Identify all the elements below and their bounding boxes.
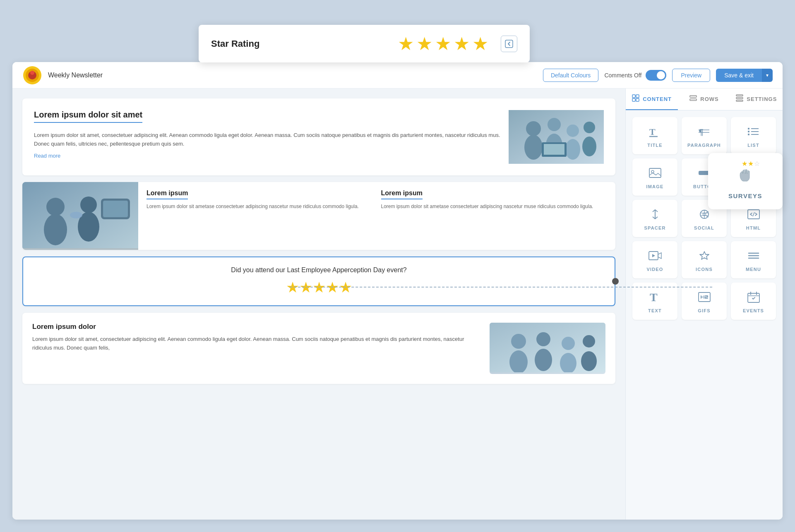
- list-icon: [747, 126, 760, 139]
- surveys-float-card[interactable]: ★ ★ ☆ SURVEYS: [708, 153, 783, 209]
- svg-rect-49: [748, 131, 749, 132]
- svg-rect-53: [649, 168, 661, 177]
- paragraph-icon: ¶: [698, 126, 711, 139]
- topbar: Weekly Newsletter Default Colours Commen…: [12, 62, 783, 89]
- tab-rows[interactable]: ROWS: [678, 89, 730, 110]
- panel-item-text[interactable]: T TEXT: [632, 283, 677, 320]
- content-tab-icon: [632, 94, 639, 103]
- panel-item-video[interactable]: VIDEO: [632, 241, 677, 278]
- svg-point-11: [565, 139, 580, 160]
- editor-container: Weekly Newsletter Default Colours Commen…: [12, 62, 783, 520]
- panel-item-icons[interactable]: ICONS: [682, 241, 727, 278]
- panel-item-gifs[interactable]: GIFS: [682, 283, 727, 320]
- panel-item-menu[interactable]: MENU: [731, 241, 776, 278]
- content-area: Lorem ipsum dolor sit amet Lorem ipsum d…: [12, 89, 783, 520]
- topbar-actions: Default Colours Comments Off Preview Sav…: [543, 69, 773, 82]
- save-dropdown-button[interactable]: ▾: [762, 69, 773, 82]
- panel-item-paragraph-label: PARAGRAPH: [687, 143, 721, 148]
- comments-label: Comments Off: [604, 72, 641, 79]
- svg-text:T: T: [649, 127, 656, 137]
- panel-item-events-label: EVENTS: [743, 308, 764, 313]
- save-exit-button[interactable]: Save & exit: [716, 69, 762, 82]
- settings-tab-icon: [736, 94, 743, 103]
- svg-text:¶: ¶: [699, 127, 704, 137]
- svg-line-66: [753, 212, 754, 216]
- panel-item-icons-label: ICONS: [696, 267, 713, 272]
- svg-rect-40: [736, 98, 743, 99]
- svg-point-31: [583, 335, 595, 347]
- panel-item-video-label: VIDEO: [646, 267, 663, 272]
- popup-stars: ★ ★ ★ ★ ★: [398, 33, 488, 54]
- email-card-3: Lorem ipsum dolor Lorem ipsum dolor sit …: [22, 313, 615, 384]
- svg-point-7: [524, 135, 543, 160]
- svg-point-23: [70, 212, 82, 218]
- save-group: Save & exit ▾: [716, 69, 773, 82]
- survey-connector-dot: [612, 278, 619, 285]
- panel-item-paragraph[interactable]: ¶ PARAGRAPH: [682, 117, 727, 154]
- surveys-stars: ★ ★ ☆: [742, 160, 760, 168]
- html-icon: [747, 208, 760, 222]
- svg-point-29: [562, 337, 575, 350]
- panel-item-menu-label: MENU: [746, 267, 761, 272]
- spacer-icon: [648, 208, 662, 222]
- card3-text: Lorem ipsum dolor Lorem ipsum dolor sit …: [32, 323, 481, 374]
- star-rating-popup: Star Rating ★ ★ ★ ★ ★: [199, 25, 530, 62]
- card3-image: [490, 323, 605, 374]
- panel-item-spacer[interactable]: SPACER: [632, 200, 677, 237]
- card2-col2-heading: Lorem ipsum: [381, 189, 423, 199]
- panel-item-image-label: IMAGE: [646, 184, 663, 189]
- card3-body: Lorem ipsum dolor sit amet, consectetuer…: [32, 335, 481, 352]
- svg-rect-38: [690, 99, 697, 101]
- rows-tab-icon: [689, 95, 697, 103]
- svg-rect-41: [736, 100, 743, 101]
- default-colours-button[interactable]: Default Colours: [543, 69, 599, 82]
- svg-point-13: [582, 137, 596, 156]
- panel-item-events[interactable]: EVENTS: [731, 283, 776, 320]
- panel-item-social-label: SOCIAL: [694, 225, 714, 230]
- text-icon: T: [648, 291, 662, 305]
- svg-rect-36: [636, 98, 639, 101]
- email-preview: Lorem ipsum dolor sit amet Lorem ipsum d…: [12, 89, 625, 520]
- tab-content[interactable]: CONTENT: [626, 89, 678, 110]
- card2-image: [22, 182, 138, 250]
- card2-col1-body: Lorem ipsum dolor sit ametase consectetu…: [147, 203, 373, 211]
- card3-heading: Lorem ipsum dolor: [32, 323, 481, 331]
- surveys-float-label: SURVEYS: [728, 192, 762, 199]
- tab-settings[interactable]: SETTINGS: [730, 89, 783, 110]
- svg-rect-34: [636, 95, 639, 98]
- dashed-connector-line: [290, 287, 712, 288]
- comments-toggle[interactable]: [646, 70, 666, 81]
- svg-point-28: [535, 349, 552, 371]
- comments-toggle-group: Comments Off: [604, 70, 666, 81]
- svg-rect-33: [632, 95, 635, 98]
- card2-content: Lorem ipsum Lorem ipsum dolor sit ametas…: [138, 182, 615, 250]
- panel-item-list-label: LIST: [747, 143, 759, 148]
- svg-rect-0: [505, 40, 513, 48]
- svg-rect-37: [690, 96, 697, 97]
- svg-point-18: [44, 214, 67, 245]
- panel-item-title[interactable]: T TITLE: [632, 117, 677, 154]
- svg-rect-73: [699, 292, 710, 302]
- svg-rect-15: [544, 144, 564, 155]
- svg-text:T: T: [650, 291, 658, 303]
- editor-title: Weekly Newsletter: [48, 72, 543, 79]
- card2-col1: Lorem ipsum Lorem ipsum dolor sit ametas…: [147, 189, 373, 242]
- svg-rect-51: [748, 134, 749, 135]
- card1-read-more[interactable]: Read more: [34, 153, 60, 159]
- tab-rows-label: ROWS: [700, 96, 718, 102]
- panel-item-gifs-label: GIFS: [698, 308, 710, 313]
- icons-icon: [698, 250, 711, 264]
- svg-point-17: [46, 198, 65, 216]
- panel-item-image[interactable]: IMAGE: [632, 158, 677, 196]
- svg-point-25: [511, 334, 526, 349]
- email-card-1: Lorem ipsum dolor sit amet Lorem ipsum d…: [22, 98, 615, 175]
- svg-rect-39: [736, 95, 743, 96]
- tab-content-label: CONTENT: [643, 96, 672, 102]
- panel-item-list[interactable]: LIST: [731, 117, 776, 154]
- popup-back-button[interactable]: [501, 36, 517, 52]
- svg-point-8: [548, 118, 561, 131]
- social-icon: [698, 208, 711, 222]
- survey-stars: ★★★★★: [32, 279, 605, 296]
- svg-point-19: [80, 197, 97, 213]
- preview-button[interactable]: Preview: [672, 69, 710, 82]
